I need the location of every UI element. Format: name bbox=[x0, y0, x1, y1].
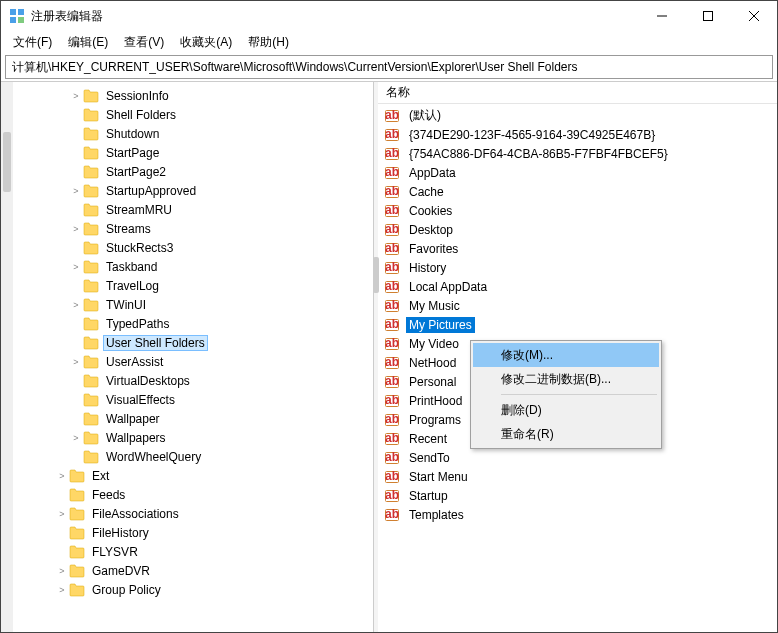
svg-text:ab: ab bbox=[385, 317, 399, 331]
tree-row[interactable]: FileHistory bbox=[13, 523, 373, 542]
menu-view[interactable]: 查看(V) bbox=[116, 32, 172, 53]
svg-text:ab: ab bbox=[385, 488, 399, 502]
folder-icon bbox=[69, 526, 85, 540]
tree-row[interactable]: >GameDVR bbox=[13, 561, 373, 580]
maximize-button[interactable] bbox=[685, 1, 731, 31]
context-rename[interactable]: 重命名(R) bbox=[473, 422, 659, 446]
chevron-right-icon[interactable]: > bbox=[69, 89, 83, 103]
svg-text:ab: ab bbox=[385, 165, 399, 179]
tree-row[interactable]: User Shell Folders bbox=[13, 333, 373, 352]
registry-tree[interactable]: >SessionInfoShell FoldersShutdownStartPa… bbox=[13, 82, 373, 632]
chevron-right-icon[interactable]: > bbox=[69, 222, 83, 236]
tree-row[interactable]: >Wallpapers bbox=[13, 428, 373, 447]
menu-file[interactable]: 文件(F) bbox=[5, 32, 60, 53]
tree-label: SessionInfo bbox=[103, 88, 172, 104]
address-bar[interactable]: 计算机\HKEY_CURRENT_USER\Software\Microsoft… bbox=[5, 55, 773, 79]
chevron-right-icon[interactable]: > bbox=[55, 564, 69, 578]
tree-label: FileAssociations bbox=[89, 506, 182, 522]
chevron-right-icon[interactable]: > bbox=[69, 431, 83, 445]
value-row[interactable]: abCookies bbox=[378, 201, 777, 220]
tree-row[interactable]: Feeds bbox=[13, 485, 373, 504]
folder-icon bbox=[83, 260, 99, 274]
context-delete[interactable]: 删除(D) bbox=[473, 398, 659, 422]
tree-row[interactable]: >Taskband bbox=[13, 257, 373, 276]
string-value-icon: ab bbox=[384, 488, 400, 504]
tree-row[interactable]: VisualEffects bbox=[13, 390, 373, 409]
left-scrollbar[interactable] bbox=[1, 82, 13, 632]
tree-row[interactable]: StuckRects3 bbox=[13, 238, 373, 257]
value-row[interactable]: abStart Menu bbox=[378, 467, 777, 486]
chevron-right-icon[interactable]: > bbox=[69, 184, 83, 198]
tree-label: Ext bbox=[89, 468, 112, 484]
value-row[interactable]: abStartup bbox=[378, 486, 777, 505]
context-modify[interactable]: 修改(M)... bbox=[473, 343, 659, 367]
value-row[interactable]: ab{374DE290-123F-4565-9164-39C4925E467B} bbox=[378, 125, 777, 144]
tree-row[interactable]: Shutdown bbox=[13, 124, 373, 143]
value-label: Personal bbox=[406, 374, 459, 390]
value-row[interactable]: ab{754AC886-DF64-4CBA-86B5-F7FBF4FBCEF5} bbox=[378, 144, 777, 163]
value-row[interactable]: abHistory bbox=[378, 258, 777, 277]
tree-row[interactable]: WordWheelQuery bbox=[13, 447, 373, 466]
tree-row[interactable]: StreamMRU bbox=[13, 200, 373, 219]
tree-row[interactable]: StartPage2 bbox=[13, 162, 373, 181]
menu-edit[interactable]: 编辑(E) bbox=[60, 32, 116, 53]
chevron-right-icon[interactable]: > bbox=[69, 355, 83, 369]
minimize-button[interactable] bbox=[639, 1, 685, 31]
svg-text:ab: ab bbox=[385, 298, 399, 312]
scrollbar-thumb[interactable] bbox=[3, 132, 11, 192]
chevron-right-icon[interactable]: > bbox=[55, 507, 69, 521]
chevron-right-icon bbox=[69, 317, 83, 331]
folder-icon bbox=[69, 564, 85, 578]
value-label: Startup bbox=[406, 488, 451, 504]
chevron-right-icon[interactable]: > bbox=[69, 260, 83, 274]
value-row[interactable]: abMy Music bbox=[378, 296, 777, 315]
value-label: My Video bbox=[406, 336, 462, 352]
address-text: 计算机\HKEY_CURRENT_USER\Software\Microsoft… bbox=[12, 59, 578, 76]
string-value-icon: ab bbox=[384, 260, 400, 276]
chevron-right-icon[interactable]: > bbox=[55, 583, 69, 597]
tree-label: TypedPaths bbox=[103, 316, 172, 332]
tree-row[interactable]: >UserAssist bbox=[13, 352, 373, 371]
string-value-icon: ab bbox=[384, 469, 400, 485]
context-separator bbox=[501, 394, 657, 395]
value-row[interactable]: abDesktop bbox=[378, 220, 777, 239]
tree-row[interactable]: >TWinUI bbox=[13, 295, 373, 314]
tree-row[interactable]: Wallpaper bbox=[13, 409, 373, 428]
folder-icon bbox=[83, 279, 99, 293]
tree-row[interactable]: TravelLog bbox=[13, 276, 373, 295]
tree-row[interactable]: >Streams bbox=[13, 219, 373, 238]
menu-help[interactable]: 帮助(H) bbox=[240, 32, 297, 53]
tree-row[interactable]: >SessionInfo bbox=[13, 86, 373, 105]
chevron-right-icon[interactable]: > bbox=[55, 469, 69, 483]
close-button[interactable] bbox=[731, 1, 777, 31]
chevron-right-icon[interactable]: > bbox=[69, 298, 83, 312]
value-row[interactable]: abAppData bbox=[378, 163, 777, 182]
tree-row[interactable]: Shell Folders bbox=[13, 105, 373, 124]
tree-label: Streams bbox=[103, 221, 154, 237]
tree-label: User Shell Folders bbox=[103, 335, 208, 351]
tree-row[interactable]: >Group Policy bbox=[13, 580, 373, 599]
tree-row[interactable]: VirtualDesktops bbox=[13, 371, 373, 390]
svg-text:ab: ab bbox=[385, 469, 399, 483]
tree-row[interactable]: >FileAssociations bbox=[13, 504, 373, 523]
context-modify-binary[interactable]: 修改二进制数据(B)... bbox=[473, 367, 659, 391]
chevron-right-icon bbox=[69, 146, 83, 160]
value-label: PrintHood bbox=[406, 393, 465, 409]
tree-row[interactable]: StartPage bbox=[13, 143, 373, 162]
value-row[interactable]: abCache bbox=[378, 182, 777, 201]
value-row[interactable]: abLocal AppData bbox=[378, 277, 777, 296]
folder-icon bbox=[83, 412, 99, 426]
value-row[interactable]: abFavorites bbox=[378, 239, 777, 258]
value-row[interactable]: abTemplates bbox=[378, 505, 777, 524]
value-row[interactable]: abSendTo bbox=[378, 448, 777, 467]
tree-row[interactable]: FLYSVR bbox=[13, 542, 373, 561]
value-row[interactable]: ab(默认) bbox=[378, 106, 777, 125]
tree-row[interactable]: >Ext bbox=[13, 466, 373, 485]
string-value-icon: ab bbox=[384, 507, 400, 523]
menu-favorites[interactable]: 收藏夹(A) bbox=[172, 32, 240, 53]
value-row[interactable]: abMy Pictures bbox=[378, 315, 777, 334]
tree-row[interactable]: TypedPaths bbox=[13, 314, 373, 333]
value-list[interactable]: ab(默认)ab{374DE290-123F-4565-9164-39C4925… bbox=[378, 104, 777, 524]
column-header-name[interactable]: 名称 bbox=[378, 82, 777, 104]
tree-row[interactable]: >StartupApproved bbox=[13, 181, 373, 200]
